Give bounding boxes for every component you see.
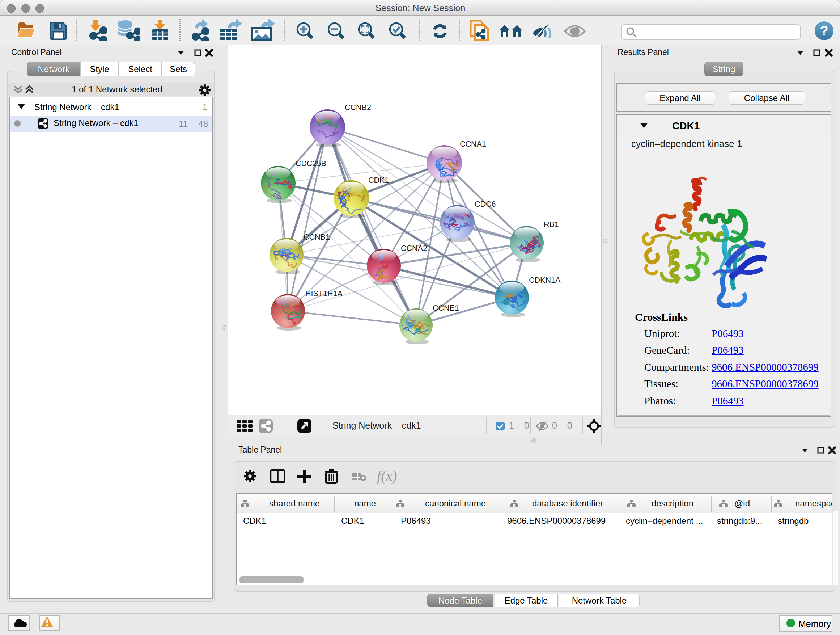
svg-text:CDKN1A: CDKN1A [529,276,561,285]
svg-text:CCNA1: CCNA1 [460,140,486,149]
svg-text:CDC25B: CDC25B [295,159,326,168]
svg-text:CDC6: CDC6 [475,200,496,209]
svg-text:?: ? [820,23,828,38]
svg-text:CCNB2: CCNB2 [345,103,371,112]
svg-text:RB1: RB1 [544,220,559,229]
svg-text:CDK1: CDK1 [368,176,389,185]
svg-text:CCNE1: CCNE1 [433,304,459,312]
svg-text:CCNA2: CCNA2 [401,244,427,253]
svg-text:HIST1H1A: HIST1H1A [305,289,343,298]
svg-text:CCNB1: CCNB1 [303,233,330,241]
